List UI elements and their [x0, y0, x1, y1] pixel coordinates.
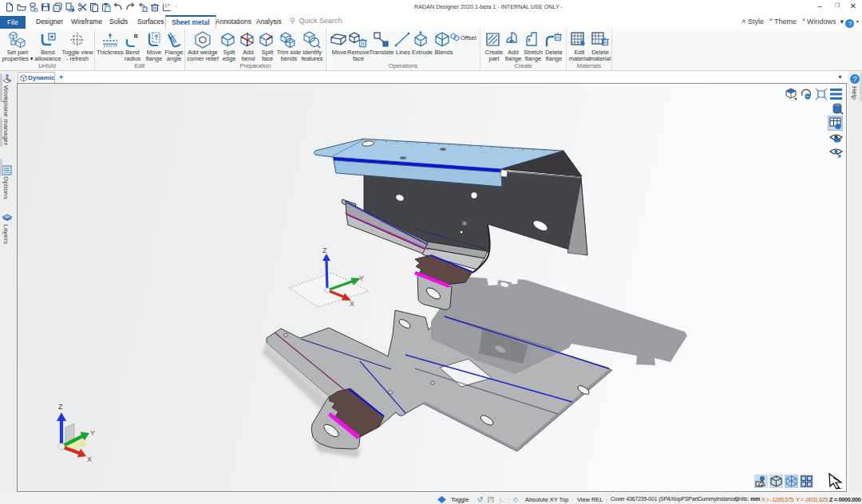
svg-text:Z: Z: [58, 403, 63, 411]
svg-text:Y: Y: [359, 274, 364, 282]
svg-text:Z: Z: [322, 246, 327, 254]
svg-text:X: X: [87, 455, 92, 463]
svg-text:X: X: [350, 300, 354, 308]
svg-text:Y: Y: [90, 429, 95, 437]
svg-text:R: R: [134, 33, 138, 39]
